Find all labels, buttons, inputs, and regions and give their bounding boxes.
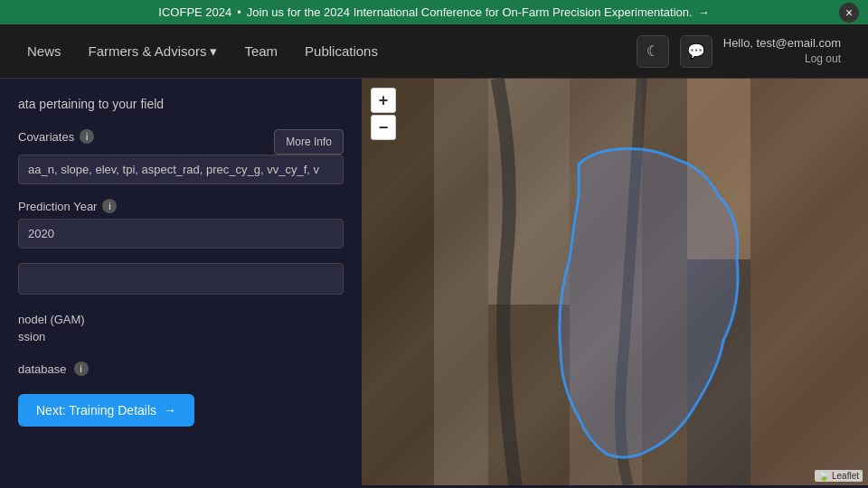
nav-farmers-label: Farmers & Advisors bbox=[89, 43, 207, 59]
panel-title: ata pertaining to your field bbox=[18, 97, 344, 111]
banner-text: Join us for the 2024 International Confe… bbox=[247, 5, 693, 19]
covariates-info-icon[interactable]: i bbox=[80, 129, 94, 144]
main-content: ata pertaining to your field Covariates … bbox=[0, 79, 868, 485]
leaflet-label: Leaflet bbox=[832, 471, 859, 481]
theme-toggle-button[interactable]: ☾ bbox=[637, 35, 669, 68]
nav-publications[interactable]: Publications bbox=[305, 43, 378, 59]
nav-team[interactable]: Team bbox=[244, 43, 278, 59]
map-area: + − 🍃 Leaflet bbox=[362, 79, 868, 485]
database-info-icon[interactable]: i bbox=[74, 361, 89, 376]
banner-arrow: → bbox=[698, 5, 710, 19]
database-label: database bbox=[18, 362, 67, 376]
field-overlay bbox=[362, 79, 868, 485]
announcement-banner: ICOFPE 2024 • Join us for the 2024 Inter… bbox=[0, 0, 868, 24]
nav-news[interactable]: News bbox=[27, 43, 61, 59]
navbar: News Farmers & Advisors ▾ Team Publicati… bbox=[0, 24, 868, 79]
svg-rect-9 bbox=[750, 79, 868, 485]
map-attribution: 🍃 Leaflet bbox=[815, 470, 863, 482]
map-controls: + − bbox=[371, 88, 396, 140]
nav-right: ☾ 💬 Hello, test@email.com Log out bbox=[637, 35, 841, 68]
user-greeting: Hello, test@email.com bbox=[723, 35, 841, 52]
covariates-header-row: Covariates i More Info bbox=[18, 129, 344, 155]
leaflet-icon: 🍃 bbox=[818, 471, 829, 481]
database-section: database i bbox=[18, 361, 344, 376]
zoom-out-button[interactable]: − bbox=[371, 115, 396, 140]
next-button-label: Next: Training Details bbox=[36, 403, 156, 418]
model-section: nodel (GAM) ssion bbox=[18, 313, 344, 343]
extra-input[interactable] bbox=[18, 263, 344, 295]
prediction-year-info-icon[interactable]: i bbox=[102, 199, 117, 213]
extra-input-group bbox=[18, 263, 344, 295]
banner-dot: • bbox=[237, 5, 241, 19]
banner-highlight: ICOFPE 2024 bbox=[158, 5, 231, 19]
user-info: Hello, test@email.com Log out bbox=[723, 35, 841, 67]
nav-farmers-advisors[interactable]: Farmers & Advisors ▾ bbox=[89, 43, 218, 60]
svg-rect-2 bbox=[434, 79, 488, 485]
chevron-down-icon: ▾ bbox=[210, 43, 217, 60]
logout-button[interactable]: Log out bbox=[723, 52, 841, 67]
prediction-year-group: Prediction Year i bbox=[18, 199, 344, 249]
next-arrow-icon: → bbox=[164, 403, 176, 418]
covariates-input[interactable] bbox=[18, 155, 344, 184]
left-panel: ata pertaining to your field Covariates … bbox=[0, 79, 362, 485]
model-line-1: nodel (GAM) bbox=[18, 313, 344, 326]
model-line-2: ssion bbox=[18, 330, 344, 343]
next-button[interactable]: Next: Training Details → bbox=[18, 394, 194, 427]
prediction-year-input[interactable] bbox=[18, 219, 344, 249]
covariates-group: Covariates i More Info bbox=[18, 129, 344, 184]
zoom-in-button[interactable]: + bbox=[371, 88, 396, 113]
prediction-year-label: Prediction Year i bbox=[18, 199, 344, 213]
covariates-label: Covariates i bbox=[18, 129, 265, 144]
nav-links: News Farmers & Advisors ▾ Team Publicati… bbox=[27, 43, 378, 60]
more-info-button[interactable]: More Info bbox=[274, 129, 344, 155]
banner-close-button[interactable]: × bbox=[839, 3, 859, 23]
chat-button[interactable]: 💬 bbox=[680, 35, 712, 68]
